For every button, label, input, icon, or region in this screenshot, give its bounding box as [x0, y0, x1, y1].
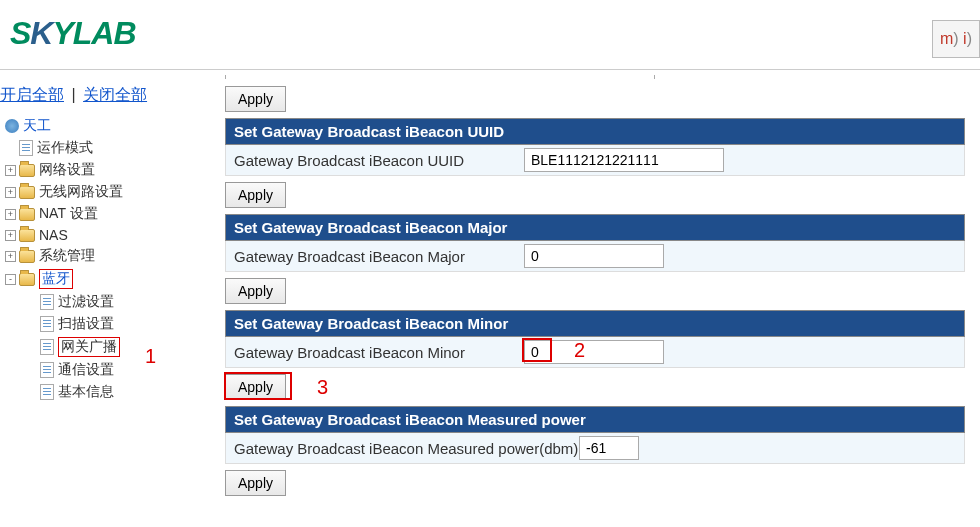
sidebar-tree: 天工 运作模式 + 网络设置 + 无线网路设置 + NAT 设置 + NAS +…	[0, 115, 200, 403]
folder-icon	[19, 273, 35, 286]
expand-icon[interactable]: +	[5, 165, 16, 176]
expand-icon[interactable]: +	[5, 251, 16, 262]
annotation-2: 2	[574, 339, 585, 362]
section-row-minor: Gateway Broadcast iBeacon Minor 2	[225, 337, 965, 368]
top-links: 开启全部 | 关闭全部	[0, 85, 147, 106]
section-title-power: Set Gateway Broadcast iBeacon Measured p…	[225, 406, 965, 433]
tree-item-label: NAS	[39, 227, 68, 243]
minor-input[interactable]	[524, 340, 664, 364]
tree-item-nat[interactable]: + NAT 设置	[0, 203, 200, 225]
tree-item-label: 运作模式	[37, 139, 93, 157]
right-badge-text: m) i)	[940, 30, 972, 48]
section-title-minor: Set Gateway Broadcast iBeacon Minor	[225, 310, 965, 337]
divider	[225, 75, 655, 79]
expand-icon[interactable]: +	[5, 187, 16, 198]
header: SKYLAB m) i)	[0, 0, 980, 70]
tree-item-scan[interactable]: 扫描设置	[0, 313, 200, 335]
field-label-minor: Gateway Broadcast iBeacon Minor	[234, 344, 524, 361]
tree-item-label: 网络设置	[39, 161, 95, 179]
tree-item-filter[interactable]: 过滤设置	[0, 291, 200, 313]
annotation-1: 1	[145, 345, 156, 368]
open-all-link[interactable]: 开启全部	[0, 86, 64, 103]
tree-item-basic-info[interactable]: 基本信息	[0, 381, 200, 403]
annotation-3: 3	[317, 376, 328, 399]
apply-button[interactable]: Apply	[225, 470, 286, 496]
tree-item-label: 蓝牙	[39, 269, 73, 289]
folder-icon	[19, 208, 35, 221]
major-input[interactable]	[524, 244, 664, 268]
section-title-uuid: Set Gateway Broadcast iBeacon UUID	[225, 118, 965, 145]
collapse-icon[interactable]: -	[5, 274, 16, 285]
apply-button[interactable]: Apply	[225, 278, 286, 304]
field-label-power: Gateway Broadcast iBeacon Measured power…	[234, 440, 579, 457]
page-icon	[40, 339, 54, 355]
logo: SKYLAB	[10, 15, 136, 52]
tree-item-label: 网关广播	[58, 337, 120, 357]
separator: |	[71, 86, 75, 103]
tree-item-network[interactable]: + 网络设置	[0, 159, 200, 181]
expand-icon[interactable]: +	[5, 230, 16, 241]
globe-icon	[5, 119, 19, 133]
expand-icon[interactable]: +	[5, 209, 16, 220]
tree-item-operation-mode[interactable]: 运作模式	[0, 137, 200, 159]
page-icon	[40, 316, 54, 332]
tree-item-label: NAT 设置	[39, 205, 98, 223]
folder-icon	[19, 250, 35, 263]
uuid-input[interactable]	[524, 148, 724, 172]
tree-item-label: 通信设置	[58, 361, 114, 379]
tree-item-label: 系统管理	[39, 247, 95, 265]
page-icon	[40, 362, 54, 378]
tree-item-label: 过滤设置	[58, 293, 114, 311]
tree-item-gateway-broadcast[interactable]: 网关广播	[0, 335, 200, 359]
tree-root-label: 天工	[23, 117, 51, 135]
section-row-major: Gateway Broadcast iBeacon Major	[225, 241, 965, 272]
tree-item-wireless[interactable]: + 无线网路设置	[0, 181, 200, 203]
tree-item-comm[interactable]: 通信设置	[0, 359, 200, 381]
tree-item-label: 扫描设置	[58, 315, 114, 333]
page-icon	[40, 384, 54, 400]
apply-button[interactable]: Apply	[225, 182, 286, 208]
main-content: Apply Set Gateway Broadcast iBeacon UUID…	[225, 80, 965, 502]
tree-item-nas[interactable]: + NAS	[0, 225, 200, 245]
apply-button[interactable]: Apply	[225, 86, 286, 112]
apply-button[interactable]: Apply	[225, 374, 286, 400]
folder-icon	[19, 186, 35, 199]
tree-item-bluetooth[interactable]: - 蓝牙	[0, 267, 200, 291]
close-all-link[interactable]: 关闭全部	[83, 86, 147, 103]
field-label-major: Gateway Broadcast iBeacon Major	[234, 248, 524, 265]
section-title-major: Set Gateway Broadcast iBeacon Major	[225, 214, 965, 241]
tree-item-label: 基本信息	[58, 383, 114, 401]
page-icon	[40, 294, 54, 310]
section-row-power: Gateway Broadcast iBeacon Measured power…	[225, 433, 965, 464]
folder-icon	[19, 229, 35, 242]
power-input[interactable]	[579, 436, 639, 460]
right-badge: m) i)	[932, 20, 980, 58]
tree-root[interactable]: 天工	[0, 115, 200, 137]
field-label-uuid: Gateway Broadcast iBeacon UUID	[234, 152, 524, 169]
tree-item-system[interactable]: + 系统管理	[0, 245, 200, 267]
folder-icon	[19, 164, 35, 177]
section-row-uuid: Gateway Broadcast iBeacon UUID	[225, 145, 965, 176]
page-icon	[19, 140, 33, 156]
tree-item-label: 无线网路设置	[39, 183, 123, 201]
